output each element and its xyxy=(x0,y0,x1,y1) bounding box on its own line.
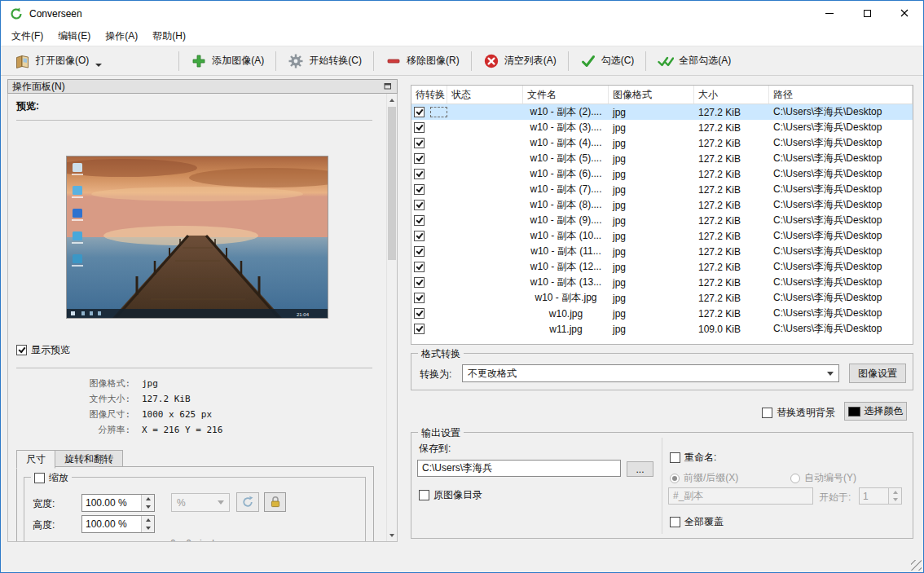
row-checkbox[interactable] xyxy=(414,308,425,319)
column-header-4[interactable]: 大小 xyxy=(694,86,769,104)
spin-up-button[interactable] xyxy=(142,495,154,503)
show-preview-label: 显示预览 xyxy=(31,343,70,357)
column-header-3[interactable]: 图像格式 xyxy=(609,86,694,104)
column-header-5[interactable]: 路径 xyxy=(769,86,913,104)
table-row-11[interactable]: w10 - 副本 (13...jpg127.2 KiBC:\Users\李海兵\… xyxy=(411,275,913,290)
tab-rotate-flip[interactable]: 旋转和翻转 xyxy=(55,450,123,468)
spin-up-button[interactable] xyxy=(889,488,901,496)
replace-bg-checkbox[interactable]: 替换透明背景 xyxy=(762,406,835,420)
cell-status xyxy=(447,275,523,290)
row-checkbox[interactable] xyxy=(414,138,425,148)
row-checkbox[interactable] xyxy=(414,153,425,164)
save-path-input[interactable]: C:\Users\李海兵 xyxy=(417,460,621,477)
auto-number-radio[interactable]: 自动编号(Y) xyxy=(790,471,856,485)
table-body: w10 - 副本 (2)....jpg127.2 KiBC:\Users\李海兵… xyxy=(411,104,913,337)
toolbar-check-button[interactable]: 勾选(C) xyxy=(573,50,642,73)
resize-grip[interactable] xyxy=(911,560,922,571)
toolbar-remove-image-button[interactable]: 移除图像(R) xyxy=(378,50,467,73)
width-spinner[interactable]: 100.00 % xyxy=(81,494,155,512)
refresh-button[interactable] xyxy=(236,492,259,512)
row-checkbox[interactable] xyxy=(414,262,425,272)
toolbar-open-image-button[interactable]: 打开图像(O) xyxy=(7,50,109,73)
column-header-2[interactable]: 文件名 xyxy=(523,86,609,104)
table-row-14[interactable]: w11.jpgjpg109.0 KiBC:\Users\李海兵\Desktop xyxy=(411,321,913,337)
row-checkbox[interactable] xyxy=(414,293,425,303)
menu-file[interactable]: 文件(F) xyxy=(4,27,51,46)
scroll-down-button[interactable] xyxy=(387,530,397,540)
table-row-1[interactable]: w10 - 副本 (3)....jpg127.2 KiBC:\Users\李海兵… xyxy=(411,120,913,135)
table-row-4[interactable]: w10 - 副本 (6)....jpg127.2 KiBC:\Users\李海兵… xyxy=(411,166,913,182)
table-row-3[interactable]: w10 - 副本 (5)....jpg127.2 KiBC:\Users\李海兵… xyxy=(411,151,913,166)
dropdown-arrow-icon[interactable] xyxy=(95,64,102,67)
row-checkbox[interactable] xyxy=(414,277,425,288)
menu-help[interactable]: 帮助(H) xyxy=(145,27,193,46)
image-settings-button[interactable]: 图像设置 xyxy=(849,364,906,383)
format-combobox[interactable]: 不更改格式 xyxy=(462,364,839,382)
scroll-up-button[interactable] xyxy=(387,95,397,105)
toolbar-add-image-button[interactable]: 添加图像(A) xyxy=(183,50,271,73)
rename-pattern-input[interactable]: #_副本 xyxy=(668,487,813,505)
row-checkbox[interactable] xyxy=(414,246,425,257)
tab-size[interactable]: 尺寸 xyxy=(16,450,55,469)
spin-down-button[interactable] xyxy=(142,524,154,532)
table-row-0[interactable]: w10 - 副本 (2)....jpg127.2 KiBC:\Users\李海兵… xyxy=(411,104,913,120)
title-bar[interactable]: Converseen xyxy=(1,1,923,26)
dock-panel-header[interactable]: 操作面板(N) xyxy=(7,79,398,94)
browse-button[interactable]: ... xyxy=(627,461,653,477)
overwrite-checkbox[interactable]: 全部覆盖 xyxy=(670,515,724,529)
show-preview-checkbox[interactable]: 显示预览 xyxy=(16,343,70,357)
toolbar-clear-list-button[interactable]: 清空列表(A) xyxy=(476,50,564,73)
table-row-5[interactable]: w10 - 副本 (7)....jpg127.2 KiBC:\Users\李海兵… xyxy=(411,182,913,197)
menu-actions[interactable]: 操作(A) xyxy=(98,27,145,46)
scroll-thumb[interactable] xyxy=(388,107,396,260)
row-checkbox[interactable] xyxy=(414,107,425,117)
table-row-8[interactable]: w10 - 副本 (10...jpg127.2 KiBC:\Users\李海兵\… xyxy=(411,228,913,244)
row-checkbox[interactable] xyxy=(414,200,425,210)
column-header-1[interactable]: 状态 xyxy=(447,86,523,104)
row-checkbox[interactable] xyxy=(414,122,425,133)
cell-format: jpg xyxy=(609,197,694,213)
unit-combobox[interactable]: % xyxy=(171,493,230,512)
close-button[interactable] xyxy=(886,1,923,25)
cell-checkbox xyxy=(411,259,447,275)
rename-checkbox[interactable]: 重命名: xyxy=(670,451,716,465)
spin-down-button[interactable] xyxy=(889,496,901,505)
table-row-2[interactable]: w10 - 副本 (4)....jpg127.2 KiBC:\Users\李海兵… xyxy=(411,135,913,151)
cell-format: jpg xyxy=(609,321,694,337)
format-group-title: 格式转换 xyxy=(418,347,464,361)
scale-checkbox[interactable]: 缩放 xyxy=(31,471,72,485)
table-row-13[interactable]: w10.jpgjpg127.2 KiBC:\Users\李海兵\Desktop xyxy=(411,306,913,321)
height-spinner[interactable]: 100.00 % xyxy=(81,515,155,533)
float-panel-icon[interactable] xyxy=(383,82,393,91)
cell-format: jpg xyxy=(609,275,694,290)
start-at-spinner[interactable]: 1 xyxy=(859,487,902,505)
row-checkbox[interactable] xyxy=(414,184,425,195)
original-dir-checkbox[interactable]: 原图像目录 xyxy=(419,488,482,502)
maximize-button[interactable] xyxy=(848,1,886,25)
cell-filename: w10 - 副本 (6).... xyxy=(523,166,609,182)
lock-button[interactable] xyxy=(264,492,286,512)
column-header-0[interactable]: 待转换 xyxy=(411,86,447,104)
table-row-10[interactable]: w10 - 副本 (12...jpg127.2 KiBC:\Users\李海兵\… xyxy=(411,259,913,275)
table-row-6[interactable]: w10 - 副本 (8)....jpg127.2 KiBC:\Users\李海兵… xyxy=(411,197,913,213)
height-value: 100.00 % xyxy=(82,516,141,532)
prefix-suffix-radio[interactable]: 前缀/后缀(X) xyxy=(670,471,738,485)
table-row-12[interactable]: w10 - 副本.jpgjpg127.2 KiBC:\Users\李海兵\Des… xyxy=(411,290,913,306)
table-row-9[interactable]: w10 - 副本 (11...jpg127.2 KiBC:\Users\李海兵\… xyxy=(411,244,913,259)
spin-down-button[interactable] xyxy=(142,503,154,511)
panel-scrollbar[interactable] xyxy=(386,94,397,541)
menu-edit[interactable]: 编辑(E) xyxy=(51,27,98,46)
row-checkbox[interactable] xyxy=(414,169,425,179)
cell-filename: w10 - 副本 (2).... xyxy=(523,104,609,120)
app-icon xyxy=(10,7,23,20)
row-checkbox[interactable] xyxy=(414,231,425,241)
choose-color-button[interactable]: 选择颜色 xyxy=(844,402,907,421)
spin-up-button[interactable] xyxy=(142,516,154,524)
toolbar-start-conversion-button[interactable]: 开始转换(C) xyxy=(280,50,369,73)
row-checkbox[interactable] xyxy=(414,324,425,334)
table-row-7[interactable]: w10 - 副本 (9)....jpg127.2 KiBC:\Users\李海兵… xyxy=(411,213,913,228)
wallpaper-clock: 21:04 xyxy=(297,312,310,317)
minimize-button[interactable] xyxy=(811,1,848,25)
row-checkbox[interactable] xyxy=(414,215,425,226)
toolbar-check-all-button[interactable]: 全部勾选(A) xyxy=(650,50,738,73)
